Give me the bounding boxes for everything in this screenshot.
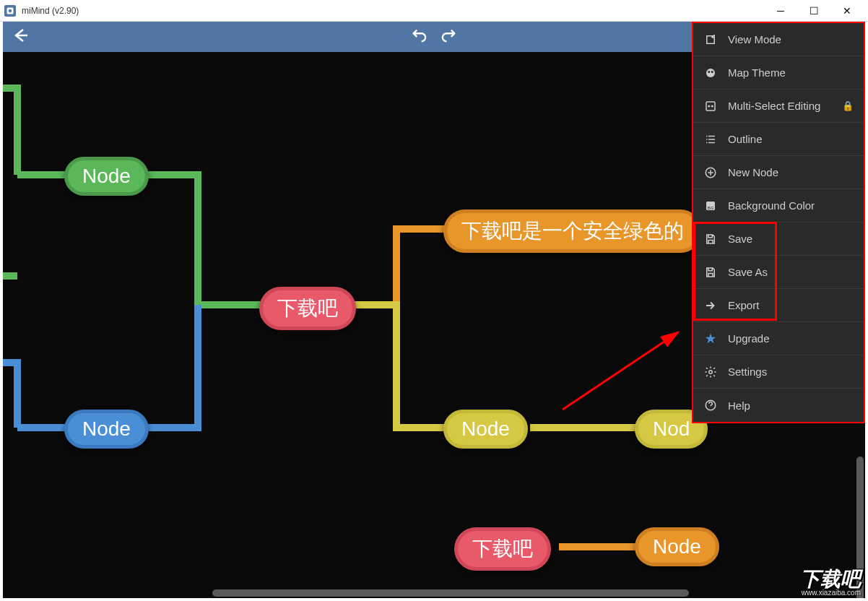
menu-multi-select[interactable]: Multi-Select Editing 🔒 bbox=[693, 90, 864, 123]
save-as-icon bbox=[703, 265, 718, 280]
save-icon bbox=[703, 232, 718, 246]
help-icon bbox=[703, 398, 718, 412]
settings-icon bbox=[703, 365, 718, 379]
svg-point-1 bbox=[9, 9, 12, 12]
menu-save[interactable]: Save bbox=[693, 222, 864, 256]
mindmap-node[interactable]: Node bbox=[635, 527, 719, 566]
svg-point-3 bbox=[706, 69, 715, 77]
menu-new-node[interactable]: New Node bbox=[693, 156, 864, 189]
bgcolor-icon: BG bbox=[703, 199, 718, 213]
window-title: miMind (v2.90) bbox=[22, 6, 79, 16]
menu-settings[interactable]: Settings bbox=[693, 355, 864, 389]
context-menu: View Mode Map Theme Multi-Select Editing… bbox=[692, 22, 865, 423]
mindmap-node[interactable]: Node bbox=[64, 410, 149, 449]
window-controls: ─ ☐ ✕ bbox=[764, 0, 864, 22]
svg-point-8 bbox=[711, 105, 713, 107]
mindmap-node[interactable]: Node bbox=[443, 410, 528, 449]
menu-save-as[interactable]: Save As bbox=[693, 256, 864, 289]
close-button[interactable]: ✕ bbox=[830, 0, 864, 22]
new-node-icon bbox=[703, 165, 718, 180]
svg-point-5 bbox=[711, 71, 713, 73]
svg-line-2 bbox=[563, 332, 678, 410]
menu-help[interactable]: Help bbox=[693, 389, 864, 422]
annotation-arrow bbox=[559, 327, 689, 413]
svg-point-4 bbox=[708, 71, 710, 73]
svg-point-12 bbox=[709, 370, 713, 373]
menu-upgrade[interactable]: Upgrade bbox=[693, 322, 864, 355]
svg-rect-6 bbox=[706, 102, 715, 111]
mindmap-node[interactable]: 下载吧 bbox=[454, 527, 551, 571]
menu-map-theme[interactable]: Map Theme bbox=[693, 56, 864, 90]
outline-icon bbox=[703, 132, 718, 147]
theme-icon bbox=[703, 66, 718, 80]
menu-view-mode[interactable]: View Mode bbox=[693, 23, 864, 56]
menu-export[interactable]: Export bbox=[693, 289, 864, 322]
export-icon bbox=[703, 298, 718, 313]
maximize-button[interactable]: ☐ bbox=[797, 0, 830, 22]
watermark: 下载吧 www.xiazaiba.com bbox=[800, 569, 861, 597]
back-button[interactable] bbox=[12, 27, 29, 48]
svg-text:BG: BG bbox=[708, 206, 714, 210]
star-icon bbox=[703, 332, 718, 346]
lock-icon: 🔒 bbox=[842, 100, 854, 111]
view-mode-icon bbox=[703, 33, 718, 47]
app-frame: Node Node 下载吧 下载吧是一个安全绿色的 Node Nod 下载吧 N… bbox=[3, 22, 865, 598]
mindmap-node[interactable]: Node bbox=[64, 157, 149, 196]
minimize-button[interactable]: ─ bbox=[764, 0, 797, 22]
multiselect-icon bbox=[703, 99, 718, 113]
app-icon bbox=[4, 5, 16, 17]
redo-button[interactable] bbox=[441, 27, 457, 47]
svg-point-7 bbox=[708, 105, 710, 107]
menu-outline[interactable]: Outline bbox=[693, 123, 864, 156]
undo-button[interactable] bbox=[411, 27, 427, 47]
horizontal-scrollbar[interactable] bbox=[212, 589, 689, 597]
window-titlebar: miMind (v2.90) ─ ☐ ✕ bbox=[0, 0, 868, 22]
mindmap-node[interactable]: 下载吧 bbox=[259, 287, 356, 330]
mindmap-node[interactable]: 下载吧是一个安全绿色的 bbox=[443, 209, 702, 253]
menu-background-color[interactable]: BG Background Color bbox=[693, 189, 864, 222]
